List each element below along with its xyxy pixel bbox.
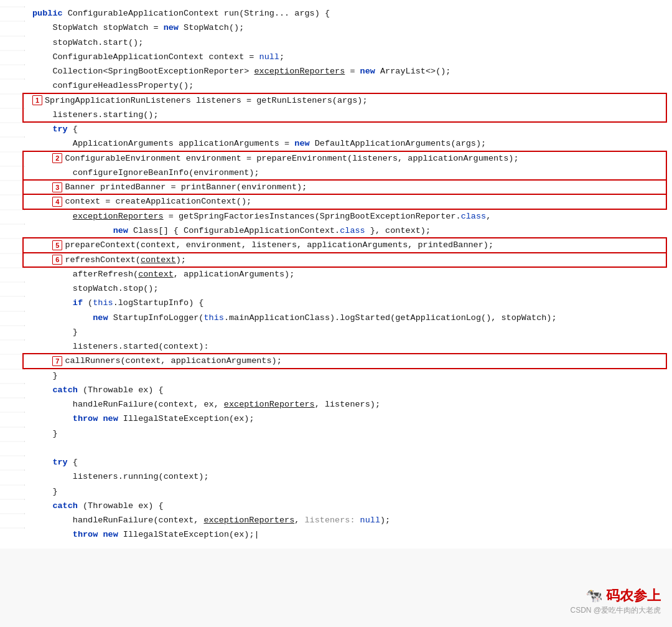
line-text: if (this.logStartupInfo) {: [25, 296, 672, 310]
line-text: handleRunFailure(context, exceptionRepor…: [25, 513, 672, 527]
line-number: [0, 108, 25, 109]
code-line: 1SpringApplicationRunListeners listeners…: [0, 93, 672, 108]
code-block: public ConfigurableApplicationContext ru…: [0, 0, 672, 549]
line-text: 7callRunners(context, applicationArgumen…: [25, 354, 672, 368]
code-line: }: [0, 369, 672, 383]
code-line: handleRunFailure(context, exceptionRepor…: [0, 513, 672, 527]
line-text: public ConfigurableApplicationContext ru…: [25, 6, 672, 21]
line-text: 6refreshContext(context);: [25, 253, 672, 267]
line-number: [0, 325, 25, 326]
code-line: listeners.started(context):: [0, 339, 672, 354]
line-number: [0, 281, 25, 283]
code-line: 4context = createApplicationContext();: [0, 194, 672, 209]
line-number: [0, 35, 25, 37]
line-number: [0, 397, 25, 398]
line-text: StopWatch stopWatch = new StopWatch();: [25, 21, 672, 35]
line-number: [0, 253, 25, 254]
line-number: [0, 412, 25, 413]
code-line: configureHeadlessProperty();: [0, 78, 672, 93]
code-line: new Class[] { ConfigurableApplicationCon…: [0, 224, 672, 238]
line-text: [25, 441, 672, 441]
line-text: 4context = createApplicationContext();: [25, 194, 672, 209]
line-text: ApplicationArguments applicationArgument…: [25, 136, 672, 151]
line-number: [0, 354, 25, 355]
code-line: if (this.logStartupInfo) {: [0, 296, 672, 310]
line-text: listeners.running(context);: [25, 469, 672, 484]
line-text: new Class[] { ConfigurableApplicationCon…: [25, 224, 672, 238]
line-number: [0, 166, 25, 167]
line-number: [0, 21, 25, 22]
step-badge: 5: [52, 240, 62, 250]
line-number: [0, 441, 25, 442]
line-text: listeners.started(context):: [25, 339, 672, 354]
line-number: [0, 527, 25, 529]
line-text: configureHeadlessProperty();: [25, 78, 672, 93]
code-line: catch (Throwable ex) {: [0, 383, 672, 397]
line-text: new StartupInfoLogger(this.mainApplicati…: [25, 311, 672, 325]
code-line: try {: [0, 455, 672, 469]
line-number: [0, 6, 25, 7]
code-line: listeners.starting();: [0, 108, 672, 122]
line-number: [0, 339, 25, 341]
line-text: }: [25, 484, 672, 499]
code-line: listeners.running(context);: [0, 469, 672, 484]
line-text: 2ConfigurableEnvironment environment = p…: [25, 151, 672, 166]
code-line: ApplicationArguments applicationArgument…: [0, 136, 672, 151]
line-text: exceptionReporters = getSpringFactoriesI…: [25, 209, 672, 224]
line-number: [0, 93, 25, 95]
code-line: throw new IllegalStateException(ex);|: [0, 527, 672, 542]
step-badge: 6: [52, 255, 62, 265]
line-text: Collection<SpringBootExceptionReporter> …: [25, 64, 672, 78]
line-text: catch (Throwable ex) {: [25, 499, 672, 513]
code-line: try {: [0, 122, 672, 136]
step-badge: 7: [52, 356, 62, 366]
line-text: try {: [25, 455, 672, 469]
code-line: 7callRunners(context, applicationArgumen…: [0, 354, 672, 368]
line-number: [0, 78, 25, 80]
step-badge: 4: [52, 197, 62, 207]
line-text: stopWatch.start();: [25, 35, 672, 50]
code-line: 2ConfigurableEnvironment environment = p…: [0, 151, 672, 166]
line-number: [0, 484, 25, 486]
line-text: throw new IllegalStateException(ex);: [25, 412, 672, 426]
line-text: 1SpringApplicationRunListeners listeners…: [25, 93, 672, 108]
line-text: stopWatch.stop();: [25, 281, 672, 296]
watermark-logo: 🐄 码农参上: [570, 587, 661, 605]
line-text: handleRunFailure(context, ex, exceptionR…: [25, 397, 672, 412]
line-text: }: [25, 369, 672, 383]
code-line: [0, 441, 672, 455]
code-line: handleRunFailure(context, ex, exceptionR…: [0, 397, 672, 412]
line-number: [0, 50, 25, 51]
step-badge: 1: [32, 95, 42, 105]
line-number: [0, 209, 25, 210]
line-number: [0, 136, 25, 138]
code-line: stopWatch.start();: [0, 35, 672, 50]
line-text: configureIgnoreBeanInfo(environment);: [25, 166, 672, 180]
line-number: [0, 311, 25, 312]
line-text: listeners.starting();: [25, 108, 672, 122]
line-number: [0, 427, 25, 428]
code-line: }: [0, 427, 672, 441]
line-number: [0, 64, 25, 65]
code-line: throw new IllegalStateException(ex);: [0, 412, 672, 426]
line-number: [0, 383, 25, 384]
code-line: Collection<SpringBootExceptionReporter> …: [0, 64, 672, 78]
code-line: }: [0, 325, 672, 339]
code-line: catch (Throwable ex) {: [0, 499, 672, 513]
line-number: [0, 469, 25, 471]
line-number: [0, 151, 25, 153]
line-text: catch (Throwable ex) {: [25, 383, 672, 397]
watermark: 🐄 码农参上 CSDN @爱吃牛肉的大老虎: [570, 587, 661, 616]
step-badge: 2: [52, 153, 62, 163]
code-line: public ConfigurableApplicationContext ru…: [0, 6, 672, 21]
code-line: }: [0, 484, 672, 499]
line-text: 3Banner printedBanner = printBanner(envi…: [25, 180, 672, 194]
line-text: afterRefresh(context, applicationArgumen…: [25, 267, 672, 281]
code-line: ConfigurableApplicationContext context =…: [0, 50, 672, 64]
line-text: try {: [25, 122, 672, 136]
code-line: exceptionReporters = getSpringFactoriesI…: [0, 209, 672, 224]
line-text: ConfigurableApplicationContext context =…: [25, 50, 672, 64]
code-line: 5prepareContext(context, environment, li…: [0, 238, 672, 252]
line-number: [0, 513, 25, 514]
code-line: configureIgnoreBeanInfo(environment);: [0, 166, 672, 180]
